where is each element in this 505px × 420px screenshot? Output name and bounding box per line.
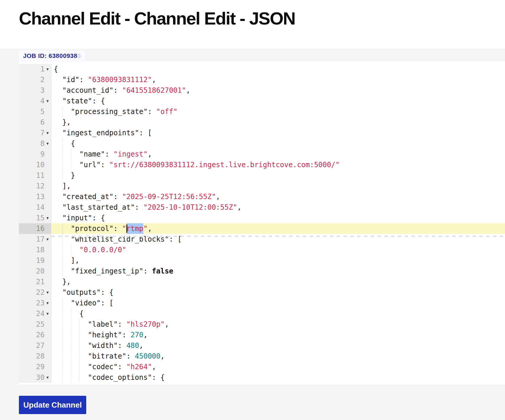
code-line-21[interactable]: 21 }, xyxy=(19,276,505,287)
code-line-8[interactable]: 8▾ { xyxy=(19,138,505,149)
code-line-23[interactable]: 23▾ "video": [ xyxy=(19,298,505,308)
code-text[interactable]: "last_started_at": "2025-10-10T12:00:55Z… xyxy=(51,202,505,213)
code-line-9[interactable]: 9 "name": "ingest", xyxy=(19,149,505,159)
fold-arrow-icon[interactable]: ▾ xyxy=(45,287,50,298)
code-text[interactable]: "created_at": "2025-09-25T12:56:55Z", xyxy=(51,191,505,202)
code-text[interactable]: "video": [ xyxy=(51,298,505,308)
code-token: "codec_options" xyxy=(88,373,152,382)
code-token: "protocol" xyxy=(71,224,114,233)
code-text[interactable]: "codec": "h264", xyxy=(51,362,505,372)
code-text[interactable]: "protocol": "rtmp", xyxy=(51,223,505,234)
code-line-6[interactable]: 6 }, xyxy=(19,117,505,128)
code-line-5[interactable]: 5 "processing_state": "off" xyxy=(19,106,505,117)
code-line-3[interactable]: 3 "account_id": "6415518627001", xyxy=(19,85,505,96)
code-text[interactable]: "codec_options": { xyxy=(51,372,505,383)
fold-arrow-icon[interactable]: ▾ xyxy=(45,372,50,383)
code-line-27[interactable]: 27 "width": 480, xyxy=(19,340,505,351)
code-text[interactable]: ], xyxy=(51,255,505,266)
code-line-10[interactable]: 10 "url": "srt://6380093831112.ingest.li… xyxy=(19,159,505,170)
code-text[interactable]: "processing_state": "off" xyxy=(51,106,505,117)
code-token: "0.0.0.0/0" xyxy=(79,246,126,254)
code-text[interactable]: "0.0.0.0/0" xyxy=(51,245,505,255)
code-text[interactable]: "name": "ingest", xyxy=(51,149,505,159)
code-token: : xyxy=(113,86,122,95)
line-number: 18 xyxy=(36,246,45,254)
fold-arrow-icon[interactable]: ▾ xyxy=(45,308,50,319)
code-line-28[interactable]: 28 "bitrate": 450000, xyxy=(19,351,505,362)
gutter-cell: 7▾ xyxy=(19,128,51,138)
code-line-29[interactable]: 29 "codec": "h264", xyxy=(19,362,505,372)
code-token: : xyxy=(118,320,126,328)
line-number: 11 xyxy=(36,171,45,180)
code-line-1[interactable]: 1▾{ xyxy=(19,64,505,74)
code-token: "id" xyxy=(62,76,79,84)
job-id-badge: JOB ID:638009383 xyxy=(19,51,85,61)
code-line-12[interactable]: 12 ], xyxy=(19,181,505,191)
code-line-22[interactable]: 22▾ "outputs": { xyxy=(19,287,505,298)
json-editor[interactable]: 1▾{2 "id": "6380093831112",3 "account_id… xyxy=(19,61,505,385)
code-text[interactable]: "url": "srt://6380093831112.ingest.live.… xyxy=(51,159,505,170)
code-token: "hls270p" xyxy=(126,320,165,328)
code-text[interactable]: "width": 480, xyxy=(51,340,505,351)
code-line-4[interactable]: 4▾ "state": { xyxy=(19,96,505,106)
fold-arrow-icon[interactable]: ▾ xyxy=(45,213,50,223)
code-token: "last_started_at" xyxy=(62,203,135,211)
update-channel-button[interactable]: Update Channel xyxy=(19,396,86,414)
code-line-18[interactable]: 18 "0.0.0.0/0" xyxy=(19,245,505,255)
code-text[interactable]: { xyxy=(51,64,505,74)
code-line-15[interactable]: 15▾ "input": { xyxy=(19,213,505,223)
code-line-24[interactable]: 24▾ { xyxy=(19,308,505,319)
code-token: : xyxy=(122,331,131,339)
gutter-cell: 24▾ xyxy=(19,308,51,319)
code-text[interactable]: }, xyxy=(51,117,505,128)
gutter-cell: 8▾ xyxy=(19,138,51,149)
code-text[interactable]: "fixed_ingest_ip": false xyxy=(51,266,505,276)
code-line-19[interactable]: 19 ], xyxy=(19,255,505,266)
code-text[interactable]: ], xyxy=(51,181,505,191)
code-text[interactable]: "ingest_endpoints": [ xyxy=(51,128,505,138)
fold-arrow-icon[interactable]: ▾ xyxy=(45,298,50,308)
code-text[interactable]: { xyxy=(51,138,505,149)
code-line-13[interactable]: 13 "created_at": "2025-09-25T12:56:55Z", xyxy=(19,191,505,202)
fold-arrow-icon[interactable]: ▾ xyxy=(45,64,50,74)
code-line-25[interactable]: 25 "label": "hls270p", xyxy=(19,319,505,330)
code-text[interactable]: }, xyxy=(51,276,505,287)
code-text[interactable]: "outputs": { xyxy=(51,287,505,298)
code-text[interactable]: "state": { xyxy=(51,96,505,106)
code-token: }, xyxy=(62,278,71,286)
fold-arrow-icon[interactable]: ▾ xyxy=(45,234,50,245)
line-number: 22 xyxy=(36,288,45,297)
code-token: : xyxy=(143,267,152,275)
code-line-7[interactable]: 7▾ "ingest_endpoints": [ xyxy=(19,128,505,138)
code-token: "state" xyxy=(62,97,92,105)
code-line-16[interactable]: 16 "protocol": "rtmp", xyxy=(19,223,505,234)
code-text[interactable]: "id": "6380093831112", xyxy=(51,74,505,85)
code-text[interactable]: "bitrate": 450000, xyxy=(51,351,505,362)
code-text[interactable]: "input": { xyxy=(51,213,505,223)
gutter-cell: 11 xyxy=(19,170,51,181)
code-text[interactable]: { xyxy=(51,308,505,319)
code-line-20[interactable]: 20 "fixed_ingest_ip": false xyxy=(19,266,505,276)
fold-arrow-icon[interactable]: ▾ xyxy=(45,138,50,149)
code-text[interactable]: "label": "hls270p", xyxy=(51,319,505,330)
code-line-11[interactable]: 11 } xyxy=(19,170,505,181)
fold-arrow-icon[interactable]: ▾ xyxy=(45,96,50,106)
code-line-17[interactable]: 17▾ "whitelist_cidr_blocks": [ xyxy=(19,234,505,245)
code-token: : xyxy=(113,193,122,201)
line-number: 12 xyxy=(36,182,45,190)
code-text[interactable]: "height": 270, xyxy=(51,330,505,340)
code-line-30[interactable]: 30▾ "codec_options": { xyxy=(19,372,505,383)
code-text[interactable]: } xyxy=(51,170,505,181)
code-line-14[interactable]: 14 "last_started_at": "2025-10-10T12:00:… xyxy=(19,202,505,213)
gutter-cell: 27 xyxy=(19,340,51,351)
code-token: : xyxy=(113,224,122,233)
fold-arrow-icon[interactable]: ▾ xyxy=(45,128,50,138)
code-token: { xyxy=(79,310,84,318)
gutter-cell: 14 xyxy=(19,202,51,213)
code-text[interactable]: "account_id": "6415518627001", xyxy=(51,85,505,96)
code-text[interactable]: "whitelist_cidr_blocks": [ xyxy=(51,234,505,245)
code-line-2[interactable]: 2 "id": "6380093831112", xyxy=(19,74,505,85)
line-number: 10 xyxy=(36,161,45,169)
code-line-26[interactable]: 26 "height": 270, xyxy=(19,330,505,340)
code-token: : xyxy=(105,150,113,158)
